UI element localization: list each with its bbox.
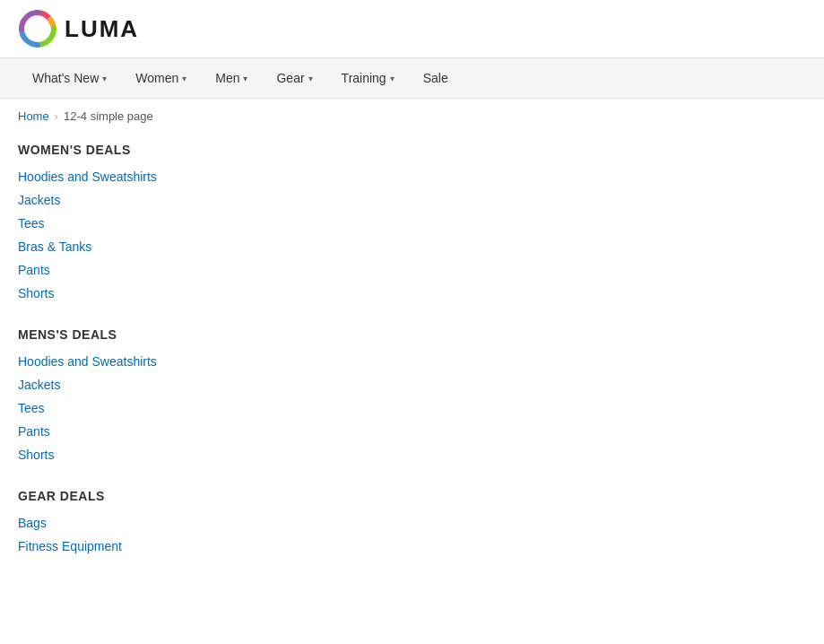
logo[interactable]: LUMA <box>18 9 139 48</box>
nav-link[interactable]: Sale <box>409 58 463 98</box>
breadcrumb-current: 12-4 simple page <box>64 109 153 123</box>
deals-list: Hoodies and SweatshirtsJacketsTeesBras &… <box>18 170 806 300</box>
deals-list: BagsFitness Equipment <box>18 516 806 553</box>
chevron-down-icon: ▾ <box>182 74 186 83</box>
list-item[interactable]: Jackets <box>18 193 806 207</box>
logo-text: LUMA <box>65 15 139 43</box>
breadcrumb-home[interactable]: Home <box>18 109 49 123</box>
list-item[interactable]: Pants <box>18 263 806 277</box>
list-item[interactable]: Fitness Equipment <box>18 539 806 553</box>
nav-link[interactable]: What's New▾ <box>18 58 121 98</box>
list-item[interactable]: Pants <box>18 424 806 439</box>
main-content: WOMEN'S DEALSHoodies and SweatshirtsJack… <box>0 134 824 607</box>
list-item[interactable]: Tees <box>18 216 806 231</box>
deals-link[interactable]: Bras & Tanks <box>18 239 91 254</box>
nav-item-sale[interactable]: Sale <box>409 58 463 98</box>
deals-link[interactable]: Shorts <box>18 286 54 300</box>
nav-item-what's-new[interactable]: What's New▾ <box>18 58 121 98</box>
deals-list: Hoodies and SweatshirtsJacketsTeesPantsS… <box>18 354 806 462</box>
nav-link[interactable]: Gear▾ <box>262 58 326 98</box>
deals-section-title: WOMEN'S DEALS <box>18 143 806 157</box>
deals-link[interactable]: Jackets <box>18 378 60 392</box>
list-item[interactable]: Bras & Tanks <box>18 239 806 254</box>
deals-link[interactable]: Tees <box>18 401 45 415</box>
deals-section: MENS'S DEALSHoodies and SweatshirtsJacke… <box>18 327 806 462</box>
nav-item-training[interactable]: Training▾ <box>327 58 409 98</box>
nav-item-gear[interactable]: Gear▾ <box>262 58 326 98</box>
deals-link[interactable]: Pants <box>18 263 50 277</box>
deals-link[interactable]: Jackets <box>18 193 60 207</box>
chevron-down-icon: ▾ <box>243 74 247 83</box>
nav-link[interactable]: Men▾ <box>201 58 262 98</box>
list-item[interactable]: Shorts <box>18 286 806 300</box>
deals-link[interactable]: Tees <box>18 216 45 231</box>
list-item[interactable]: Bags <box>18 516 806 530</box>
site-header: LUMA <box>0 0 824 58</box>
deals-link[interactable]: Fitness Equipment <box>18 539 122 553</box>
chevron-down-icon: ▾ <box>102 74 107 83</box>
deals-section-title: MENS'S DEALS <box>18 327 806 342</box>
deals-link[interactable]: Pants <box>18 424 50 439</box>
list-item[interactable]: Hoodies and Sweatshirts <box>18 354 806 369</box>
nav-item-women[interactable]: Women▾ <box>121 58 201 98</box>
chevron-down-icon: ▾ <box>308 74 313 83</box>
list-item[interactable]: Shorts <box>18 448 806 462</box>
list-item[interactable]: Hoodies and Sweatshirts <box>18 170 806 184</box>
nav-link[interactable]: Training▾ <box>327 58 409 98</box>
breadcrumb-separator: › <box>55 109 58 123</box>
logo-icon <box>18 9 57 48</box>
deals-link[interactable]: Shorts <box>18 448 54 462</box>
deals-section-title: GEAR DEALS <box>18 489 806 503</box>
nav-link[interactable]: Women▾ <box>121 58 201 98</box>
deals-section: GEAR DEALSBagsFitness Equipment <box>18 489 806 553</box>
list-item[interactable]: Jackets <box>18 378 806 392</box>
chevron-down-icon: ▾ <box>390 74 395 83</box>
main-nav: What's New▾Women▾Men▾Gear▾Training▾Sale <box>0 58 824 99</box>
deals-link[interactable]: Hoodies and Sweatshirts <box>18 170 157 184</box>
list-item[interactable]: Tees <box>18 401 806 415</box>
deals-link[interactable]: Hoodies and Sweatshirts <box>18 354 157 369</box>
deals-section: WOMEN'S DEALSHoodies and SweatshirtsJack… <box>18 143 806 300</box>
breadcrumb: Home › 12-4 simple page <box>0 99 824 134</box>
nav-item-men[interactable]: Men▾ <box>201 58 262 98</box>
deals-link[interactable]: Bags <box>18 516 47 530</box>
